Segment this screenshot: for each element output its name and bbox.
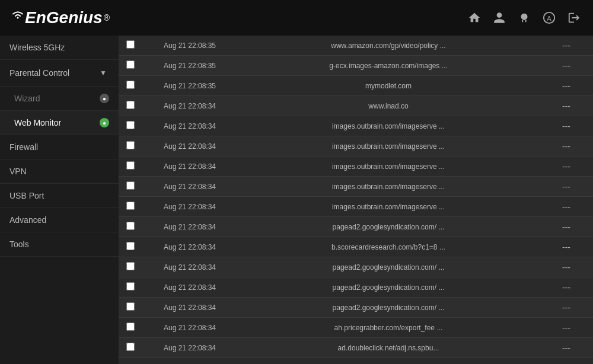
- row-checkbox[interactable]: [126, 161, 135, 170]
- sidebar-item-usb-port[interactable]: USB Port: [0, 184, 119, 208]
- row-checkbox-cell[interactable]: [119, 177, 142, 197]
- row-checkbox-cell[interactable]: [119, 76, 142, 96]
- row-value: ---: [540, 56, 593, 76]
- row-checkbox[interactable]: [126, 141, 135, 149]
- row-timestamp: Aug 21 22:08:34: [142, 338, 237, 358]
- row-url: pagead2.googlesyndication.com/ ...: [237, 298, 540, 318]
- sidebar-item-firewall[interactable]: Firewall: [0, 135, 119, 159]
- row-checkbox-cell[interactable]: [119, 277, 142, 298]
- row-checkbox-cell[interactable]: [119, 116, 142, 136]
- row-checkbox[interactable]: [126, 40, 135, 49]
- row-checkbox-cell[interactable]: [119, 157, 142, 177]
- row-checkbox-cell[interactable]: [119, 257, 142, 277]
- row-timestamp: Aug 21 22:08:34: [142, 157, 237, 177]
- row-checkbox-cell[interactable]: [119, 237, 142, 257]
- row-timestamp: Aug 21 22:08:35: [142, 76, 237, 96]
- row-timestamp: Aug 21 22:08:34: [142, 257, 237, 277]
- table-row: Aug 21 22:08:35mymodlet.com---: [119, 76, 593, 96]
- row-value: ---: [540, 338, 593, 358]
- row-url: b.scorecardresearch.com/b?c1=8 ...: [237, 237, 540, 257]
- table-row: Aug 21 22:08:35g-ecx.images-amazon.com/i…: [119, 56, 593, 76]
- table-row: Aug 21 22:08:34ah.pricegrabber.com/expor…: [119, 318, 593, 338]
- sidebar-label-vpn: VPN: [9, 167, 109, 176]
- logo: EnGenius ®: [9, 8, 110, 27]
- svg-point-0: [521, 14, 528, 20]
- row-checkbox[interactable]: [126, 60, 135, 69]
- row-checkbox[interactable]: [126, 81, 135, 89]
- table-row: Aug 21 22:08:34pagead2.googlesyndication…: [119, 277, 593, 298]
- wifi-icon: [11, 9, 25, 20]
- letter-a-icon[interactable]: A: [540, 8, 559, 27]
- sidebar-item-vpn[interactable]: VPN: [0, 159, 119, 184]
- row-timestamp: Aug 21 22:08:34: [142, 116, 237, 136]
- sidebar-item-parental-control[interactable]: Parental Control ▼: [0, 60, 119, 87]
- row-checkbox[interactable]: [126, 181, 135, 190]
- row-value: ---: [540, 116, 593, 136]
- row-value: ---: [540, 237, 593, 257]
- user-icon[interactable]: [490, 8, 509, 27]
- row-timestamp: Aug 21 22:08:34: [142, 277, 237, 298]
- sidebar-label-tools: Tools: [9, 240, 109, 249]
- row-checkbox[interactable]: [126, 202, 135, 210]
- logout-icon[interactable]: [565, 8, 584, 27]
- row-timestamp: Aug 21 22:08:34: [142, 298, 237, 318]
- row-checkbox[interactable]: [126, 262, 135, 270]
- sidebar-item-tools[interactable]: Tools: [0, 232, 119, 257]
- content-area: Aug 21 22:08:35www.amazon.com/gp/video/p…: [119, 36, 593, 364]
- row-value: ---: [540, 217, 593, 237]
- row-value: ---: [540, 76, 593, 96]
- row-value: ---: [540, 277, 593, 298]
- row-checkbox-cell[interactable]: [119, 36, 142, 56]
- row-timestamp: Aug 21 22:08:34: [142, 237, 237, 257]
- row-url: images.outbrain.com/imageserve ...: [237, 116, 540, 136]
- table-row: Aug 21 22:08:34images.outbrain.com/image…: [119, 177, 593, 197]
- row-checkbox[interactable]: [126, 343, 135, 351]
- table-row: Aug 21 22:08:35www.amazon.com/gp/video/p…: [119, 36, 593, 56]
- table-row: Aug 21 22:08:34ad.doubleclick.net/adj.ns…: [119, 338, 593, 358]
- row-value: ---: [540, 177, 593, 197]
- sidebar-item-wizard[interactable]: Wizard ●: [0, 87, 119, 111]
- main-layout: Wireless 5GHz Parental Control ▼ Wizard …: [0, 36, 593, 364]
- table-row: Aug 21 22:08:34www.inad.co---: [119, 96, 593, 116]
- row-url: images.outbrain.com/imageserve ...: [237, 157, 540, 177]
- row-value: ---: [540, 257, 593, 277]
- row-checkbox-cell[interactable]: [119, 96, 142, 116]
- sidebar-label-advanced: Advanced: [9, 215, 109, 225]
- sidebar-label-web-monitor: Web Monitor: [14, 118, 100, 127]
- svg-text:A: A: [547, 15, 551, 22]
- row-url: ah.pricegrabber.com/export_fee ...: [237, 318, 540, 338]
- sheep-icon[interactable]: [515, 8, 534, 27]
- row-checkbox[interactable]: [126, 242, 135, 250]
- row-checkbox-cell[interactable]: [119, 136, 142, 157]
- row-value: ---: [540, 36, 593, 56]
- row-timestamp: Aug 21 22:08:34: [142, 177, 237, 197]
- row-checkbox[interactable]: [126, 101, 135, 109]
- row-checkbox-cell[interactable]: [119, 298, 142, 318]
- row-url: pagead2.googlesyndication.com/ ...: [237, 217, 540, 237]
- row-url: pagead2.googlesyndication.com/ ...: [237, 257, 540, 277]
- row-checkbox-cell[interactable]: [119, 338, 142, 358]
- row-checkbox-cell[interactable]: [119, 56, 142, 76]
- row-checkbox[interactable]: [126, 282, 135, 290]
- home-icon[interactable]: [465, 8, 484, 27]
- sidebar-label-wireless-5ghz: Wireless 5GHz: [9, 43, 109, 52]
- row-checkbox-cell[interactable]: [119, 318, 142, 338]
- row-checkbox-cell[interactable]: [119, 197, 142, 217]
- row-timestamp: Aug 21 22:08:34: [142, 318, 237, 338]
- row-value: ---: [540, 197, 593, 217]
- row-url: images.outbrain.com/imageserve ...: [237, 136, 540, 157]
- row-checkbox[interactable]: [126, 121, 135, 129]
- table-wrapper[interactable]: Aug 21 22:08:35www.amazon.com/gp/video/p…: [119, 36, 593, 364]
- row-checkbox-cell[interactable]: [119, 217, 142, 237]
- row-checkbox[interactable]: [126, 302, 135, 311]
- sidebar-item-web-monitor[interactable]: Web Monitor ●: [0, 111, 119, 135]
- row-checkbox[interactable]: [126, 323, 135, 331]
- row-value: ---: [540, 136, 593, 157]
- row-checkbox[interactable]: [126, 222, 135, 230]
- sidebar-item-advanced[interactable]: Advanced: [0, 208, 119, 232]
- sidebar-item-wireless-5ghz[interactable]: Wireless 5GHz: [0, 36, 119, 60]
- row-url: images.outbrain.com/imageserve ...: [237, 197, 540, 217]
- sidebar-label-usb-port: USB Port: [9, 191, 109, 200]
- web-monitor-status-icon: ●: [100, 118, 109, 127]
- web-monitor-table: Aug 21 22:08:35www.amazon.com/gp/video/p…: [119, 36, 593, 358]
